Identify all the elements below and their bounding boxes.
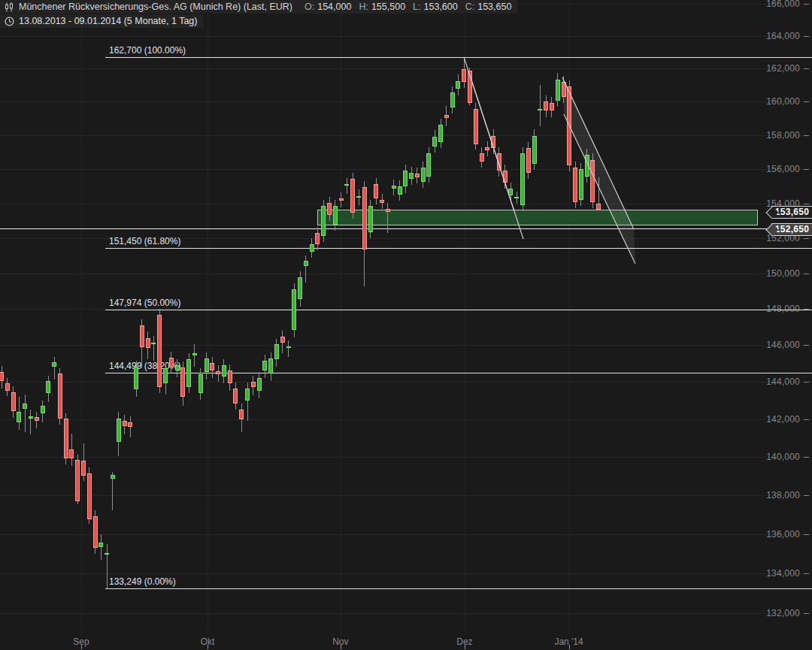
chart-plot-area[interactable]: 166,000164,000162,000160,000158,000156,0… (0, 0, 812, 650)
candlestick-chart-icon (5, 2, 14, 12)
horizontal-price-line[interactable] (0, 228, 812, 229)
y-axis-tick (804, 101, 809, 102)
candle-down (0, 372, 4, 381)
candle-down (444, 115, 449, 118)
candle-up (46, 381, 50, 393)
candle-up (222, 365, 226, 376)
candle-down (526, 148, 531, 173)
y-axis-tick (804, 4, 809, 5)
y-axis-tick (804, 457, 809, 458)
candle-down (123, 421, 127, 426)
x-axis-tick (341, 645, 341, 649)
candle-up (175, 365, 180, 370)
fib-level-label[interactable]: 147,974 (50.00%) (109, 298, 180, 308)
instrument-row: Münchener Rückversicherungs-Ges. AG (Mun… (0, 0, 517, 14)
candle-up (117, 419, 121, 442)
quote-label: O: (304, 2, 314, 12)
candle-down (386, 209, 390, 212)
candle-up (192, 353, 197, 355)
candle-up (105, 553, 109, 555)
candle-down (280, 337, 285, 343)
quote-value: 154,000 (317, 2, 351, 12)
x-axis-tick (81, 645, 82, 649)
candle-up (274, 344, 279, 359)
gridline-horizontal (0, 534, 812, 535)
candle-down (140, 325, 144, 348)
candle-up (321, 206, 326, 236)
fib-level-line[interactable] (105, 57, 812, 58)
gridline-horizontal (0, 204, 812, 204)
candle-wick (107, 544, 108, 588)
candle-up (421, 168, 426, 183)
candle-down (239, 410, 244, 419)
chart-header: Münchener Rückversicherungs-Ges. AG (Mun… (0, 0, 517, 29)
candle-wick (54, 357, 55, 379)
candle-down (374, 184, 378, 198)
candle-up (29, 416, 33, 419)
y-axis-label: 132,000 (766, 608, 800, 618)
level-price-tag[interactable]: 152,650 (771, 223, 812, 236)
candle-up (556, 80, 560, 101)
candle-up (532, 136, 537, 164)
y-axis-tick (804, 534, 809, 535)
quote-value: 153,650 (477, 2, 511, 12)
quote-label: L: (413, 2, 420, 12)
candle-up (438, 125, 443, 142)
candle-up (262, 361, 267, 370)
gridline-vertical (341, 0, 341, 635)
candle-down (462, 69, 466, 82)
candle-up (41, 406, 45, 413)
y-axis-label: 164,000 (766, 31, 800, 41)
x-axis-tick (208, 645, 208, 649)
y-axis-label: 156,000 (766, 164, 800, 174)
candle-down (590, 160, 595, 202)
candle-up (409, 173, 414, 179)
candle-down (474, 109, 478, 144)
ohlc-quote: O:154,000H:155,500L:153,600C:153,650 (297, 2, 511, 12)
candle-up (403, 171, 408, 187)
candle-down (315, 233, 320, 244)
fib-level-label[interactable]: 133,249 (0.00%) (109, 576, 176, 587)
candle-down (562, 82, 566, 97)
fib-level-line[interactable] (105, 248, 812, 249)
candle-up (304, 261, 308, 266)
candle-up (508, 189, 513, 195)
candle-up (23, 404, 27, 409)
candle-down (35, 417, 39, 421)
candle-up (356, 196, 361, 198)
candle-down (550, 103, 554, 110)
candle-up (134, 367, 138, 389)
fib-level-line[interactable] (105, 310, 812, 310)
candle-down (596, 204, 601, 210)
candle-down (339, 198, 344, 201)
current-price-tag[interactable]: 153,650 (771, 206, 812, 219)
fib-level-line[interactable] (105, 588, 812, 589)
candle-up (520, 153, 525, 205)
candle-wick (305, 255, 306, 283)
fib-level-label[interactable]: 162,700 (100.00%) (109, 45, 186, 56)
y-axis-tick (804, 345, 809, 346)
y-axis-tick (804, 68, 809, 69)
support-zone-band[interactable] (317, 210, 758, 225)
candle-down (216, 371, 220, 374)
candle-down (251, 382, 256, 387)
candle-wick (194, 344, 195, 367)
y-axis-tick (804, 274, 809, 274)
date-range: 13.08.2013 - 09.01.2014 (5 Monate, 1 Tag… (19, 16, 197, 26)
candle-down (362, 187, 367, 249)
candle-down (380, 200, 384, 203)
candle-up (163, 368, 168, 383)
gridline-horizontal (0, 457, 812, 458)
range-row: 13.08.2013 - 09.01.2014 (5 Monate, 1 Tag… (0, 14, 203, 28)
fib-level-label[interactable]: 151,450 (61.80%) (109, 236, 180, 246)
y-axis-tick (804, 495, 809, 496)
candle-down (75, 460, 80, 501)
y-axis-label: 166,000 (766, 0, 800, 9)
gridline-horizontal (0, 36, 812, 37)
candle-down (327, 203, 332, 215)
candle-down (480, 153, 484, 161)
candle-up (514, 197, 519, 198)
gridline-horizontal (0, 382, 812, 382)
y-axis-tick (804, 613, 809, 614)
gridline-horizontal (0, 135, 812, 136)
